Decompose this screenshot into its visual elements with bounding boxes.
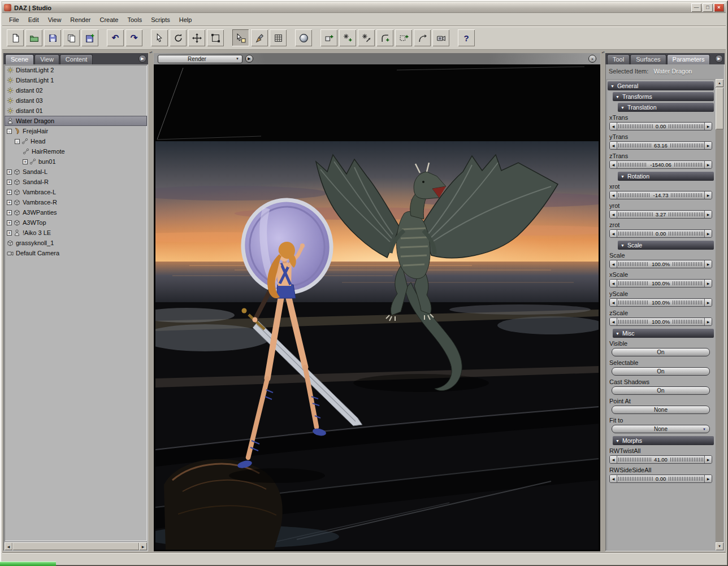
slider-increment-button[interactable]: ▶ xyxy=(704,280,712,287)
slider-value[interactable]: -1540.06 xyxy=(648,162,673,168)
tree-item-vambrace-l[interactable]: +Vambrace-L xyxy=(5,187,147,197)
param-slider-ztrans[interactable]: ◀-1540.06▶ xyxy=(609,160,712,169)
tree-item-a3wpanties[interactable]: +A3WPanties xyxy=(5,207,147,217)
tree-item-default-camera[interactable]: Default Camera xyxy=(5,248,147,258)
copy-button[interactable] xyxy=(63,29,80,46)
slider-decrement-button[interactable]: ◀ xyxy=(610,318,617,325)
slider-decrement-button[interactable]: ◀ xyxy=(610,191,617,199)
select-tool-button[interactable] xyxy=(151,29,168,46)
param-toggle-visible[interactable]: On xyxy=(612,348,710,356)
expand-icon[interactable]: + xyxy=(7,180,12,185)
param-group-translation[interactable]: ▼Translation xyxy=(618,103,714,112)
paint-tool-button[interactable] xyxy=(251,29,268,46)
open-file-button[interactable] xyxy=(25,29,42,46)
scroll-left-button[interactable]: ◀ xyxy=(5,542,12,550)
minimize-button[interactable]: — xyxy=(691,3,701,12)
param-toggle-selectable[interactable]: On xyxy=(612,367,710,376)
slider-value[interactable]: 3.27 xyxy=(654,211,668,217)
scrollbar-thumb[interactable] xyxy=(716,88,723,129)
slider-increment-button[interactable]: ▶ xyxy=(704,260,712,268)
slider-value[interactable]: -14.73 xyxy=(652,192,670,198)
slider-value[interactable]: 0.00 xyxy=(654,230,668,237)
menu-scripts[interactable]: Scripts xyxy=(146,15,175,25)
slider-decrement-button[interactable]: ◀ xyxy=(610,299,617,306)
tree-item-sandal-r[interactable]: +Sandal-R xyxy=(5,177,147,187)
scroll-up-button[interactable]: ▲ xyxy=(716,79,723,87)
tab-scene[interactable]: Scene xyxy=(5,54,34,64)
collapse-icon[interactable]: - xyxy=(15,139,20,144)
right-splitter[interactable]: ▴▾ xyxy=(601,53,605,551)
slider-increment-button[interactable]: ▶ xyxy=(704,318,712,325)
save-file-button[interactable] xyxy=(44,29,61,46)
slider-increment-button[interactable]: ▶ xyxy=(704,142,712,149)
scroll-down-button[interactable]: ▼ xyxy=(716,542,723,550)
param-toggle-point-at[interactable]: None xyxy=(612,406,710,414)
param-slider-xtrans[interactable]: ◀0.00▶ xyxy=(609,122,712,130)
slider-increment-button[interactable]: ▶ xyxy=(704,211,712,218)
slider-decrement-button[interactable]: ◀ xyxy=(610,230,617,237)
param-slider-rwtwistall[interactable]: ◀41.00▶ xyxy=(609,455,712,464)
tree-item-sandal-l[interactable]: +Sandal-L xyxy=(5,167,147,177)
tree-item-distant-03[interactable]: distant 03 xyxy=(5,95,147,106)
slider-value[interactable]: 0.00 xyxy=(654,123,668,129)
scale-tool-button[interactable] xyxy=(207,29,224,46)
tree-item-distant-02[interactable]: distant 02 xyxy=(5,85,147,95)
expand-icon[interactable]: + xyxy=(7,210,12,215)
vertical-scrollbar[interactable]: ▲ ▼ xyxy=(716,79,723,550)
panel-menu-button[interactable]: ▶ xyxy=(715,55,723,63)
left-splitter[interactable]: ▴▾ xyxy=(149,53,153,551)
menu-help[interactable]: Help xyxy=(175,15,197,25)
param-slider-xrot[interactable]: ◀-14.73▶ xyxy=(609,191,712,199)
create-camera-button[interactable] xyxy=(432,29,449,46)
help-button[interactable]: ? xyxy=(458,29,475,46)
create-null-button[interactable] xyxy=(395,29,412,46)
deform-tool-button[interactable] xyxy=(270,29,287,46)
slider-decrement-button[interactable]: ◀ xyxy=(610,211,617,218)
param-group-misc[interactable]: ▼Misc xyxy=(613,329,714,338)
slider-increment-button[interactable]: ▶ xyxy=(704,456,712,463)
slider-value[interactable]: 63.16 xyxy=(652,142,669,149)
slider-decrement-button[interactable]: ◀ xyxy=(610,475,617,482)
tree-item-head[interactable]: -Head xyxy=(5,136,147,146)
tree-item-a3wtop[interactable]: +A3WTop xyxy=(5,217,147,228)
menu-render[interactable]: Render xyxy=(66,15,95,25)
slider-decrement-button[interactable]: ◀ xyxy=(610,456,617,463)
tab-surfaces[interactable]: Surfaces xyxy=(630,54,666,64)
expand-icon[interactable]: + xyxy=(7,230,12,236)
expand-icon[interactable]: + xyxy=(7,200,12,205)
slider-decrement-button[interactable]: ◀ xyxy=(610,161,617,168)
param-slider-zrot[interactable]: ◀0.00▶ xyxy=(609,229,712,238)
slider-decrement-button[interactable]: ◀ xyxy=(610,123,617,130)
slider-decrement-button[interactable]: ◀ xyxy=(610,280,617,287)
tree-item-frejahair[interactable]: -FrejaHair xyxy=(5,126,147,136)
slider-value[interactable]: 100.0% xyxy=(650,299,671,306)
viewport-menu-button[interactable]: ▶ xyxy=(245,55,253,63)
tree-item-bun01[interactable]: +bun01 xyxy=(5,156,147,167)
slider-increment-button[interactable]: ▶ xyxy=(704,161,712,168)
menu-view[interactable]: View xyxy=(44,15,66,25)
tab-parameters[interactable]: Parameters xyxy=(667,54,710,64)
tree-item-distantlight-2[interactable]: DistantLight 2 xyxy=(5,65,147,75)
tree-item-water-dragon[interactable]: Water Dragon xyxy=(5,116,147,126)
slider-value[interactable]: 0.00 xyxy=(654,476,668,482)
slider-increment-button[interactable]: ▶ xyxy=(704,299,712,306)
expand-icon[interactable]: + xyxy=(7,190,12,195)
param-group-scale[interactable]: ▼Scale xyxy=(618,241,714,250)
viewport-close-button[interactable]: × xyxy=(588,55,596,63)
translate-tool-button[interactable] xyxy=(188,29,205,46)
param-slider-scale[interactable]: ◀100.0%▶ xyxy=(609,260,712,268)
param-toggle-cast-shadows[interactable]: On xyxy=(612,386,710,395)
slider-decrement-button[interactable]: ◀ xyxy=(610,260,617,268)
collapse-icon[interactable]: - xyxy=(7,129,12,134)
horizontal-scrollbar[interactable]: ◀ ▶ xyxy=(5,542,147,550)
close-button[interactable]: × xyxy=(714,3,724,12)
param-group-rotation[interactable]: ▼Rotation xyxy=(618,172,714,181)
create-bone-button[interactable] xyxy=(376,29,393,46)
param-slider-yrot[interactable]: ◀3.27▶ xyxy=(609,210,712,219)
maximize-button[interactable]: □ xyxy=(703,3,713,12)
surface-select-tool-button[interactable] xyxy=(232,29,249,46)
expand-icon[interactable]: + xyxy=(7,220,12,225)
param-slider-rwsidesideall[interactable]: ◀0.00▶ xyxy=(609,474,712,483)
param-dropdown-fit-to[interactable]: None▼ xyxy=(612,425,710,433)
slider-increment-button[interactable]: ▶ xyxy=(704,123,712,130)
